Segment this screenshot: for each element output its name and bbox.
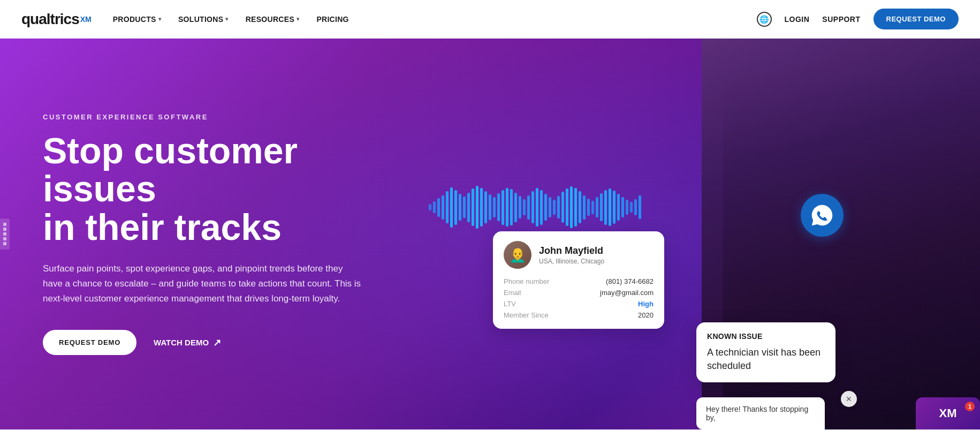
wave-bar (600, 193, 603, 221)
logo-xm: XM (80, 15, 92, 24)
wave-bar (574, 188, 577, 227)
wave-bar (579, 191, 581, 223)
nav-solutions[interactable]: SOLUTIONS ▾ (178, 15, 229, 24)
wave-bar (596, 197, 598, 217)
wave-bar (454, 190, 457, 225)
known-issue-title: KNOWN ISSUE (707, 332, 825, 341)
wave-bar (587, 199, 590, 216)
wave-bar (463, 197, 466, 218)
wave-bar (557, 196, 560, 218)
chevron-down-icon: ▾ (297, 16, 299, 22)
wave-bar (549, 197, 551, 217)
wave-bar (480, 188, 483, 227)
customer-card-header: 👨‍🦲 John Mayfield USA, Illinoise, Chicag… (504, 241, 654, 269)
wave-bar (506, 188, 508, 227)
hero-watch-demo-link[interactable]: WATCH DEMO ↗ (154, 337, 221, 349)
nav-products[interactable]: PRODUCTS ▾ (113, 15, 161, 24)
customer-name: John Mayfield (539, 245, 604, 257)
customer-location: USA, Illinoise, Chicago (539, 258, 604, 265)
wave-bar (442, 195, 444, 220)
wave-bar (617, 194, 620, 221)
wave-bar (527, 195, 530, 220)
wave-bar (536, 188, 538, 227)
nav-links: PRODUCTS ▾ SOLUTIONS ▾ RESOURCES ▾ PRICI… (113, 15, 349, 24)
wave-bar (609, 188, 611, 226)
hero-subtitle: Surface pain points, spot experience gap… (43, 261, 364, 306)
wave-bar (450, 187, 453, 228)
scroll-dot (3, 232, 6, 236)
chevron-down-icon: ▾ (225, 16, 228, 22)
scroll-dot (3, 228, 6, 231)
known-issue-card: KNOWN ISSUE A technician visit has been … (696, 322, 835, 382)
wave-bar (467, 193, 470, 222)
navbar-right: 🌐 LOGIN SUPPORT REQUEST DEMO (757, 9, 959, 29)
hero-section: CUSTOMER EXPERIENCE SOFTWARE Stop custom… (0, 39, 980, 429)
navbar: qualtricsXM PRODUCTS ▾ SOLUTIONS ▾ RESOU… (0, 0, 980, 39)
chat-badge: 1 (965, 402, 975, 411)
scroll-dot (3, 242, 6, 245)
wave-bar (514, 193, 517, 222)
arrow-icon: ↗ (213, 337, 221, 349)
nav-resources[interactable]: RESOURCES ▾ (246, 15, 300, 24)
wave-bar (476, 186, 478, 229)
wave-bar (446, 191, 449, 223)
globe-icon[interactable]: 🌐 (757, 12, 772, 27)
customer-profile-card: 👨‍🦲 John Mayfield USA, Illinoise, Chicag… (493, 231, 664, 329)
wave-bar (540, 190, 543, 225)
hero-eyebrow: CUSTOMER EXPERIENCE SOFTWARE (43, 113, 364, 121)
wave-bar (544, 194, 547, 221)
wave-bar (591, 201, 594, 214)
wave-bar (583, 195, 586, 220)
chevron-down-icon: ▾ (158, 16, 161, 22)
wave-bar (497, 193, 500, 221)
chat-widget-label: XM (939, 406, 957, 420)
customer-info: John Mayfield USA, Illinoise, Chicago (539, 245, 604, 265)
logo-text: qualtrics (21, 11, 79, 28)
hero-visual: 👨‍🦲 John Mayfield USA, Illinoise, Chicag… (391, 39, 980, 429)
whatsapp-icon (810, 203, 834, 227)
wave-bar (566, 188, 568, 226)
scroll-dot (3, 237, 6, 240)
field-phone: Phone number (801) 374-6682 (504, 277, 654, 285)
wave-bar (561, 192, 564, 223)
field-member-since: Member Since 2020 (504, 311, 654, 319)
known-issue-text: A technician visit has been scheduled (707, 346, 825, 373)
wave-bar (630, 202, 633, 213)
wave-bar (484, 191, 487, 223)
sound-wave-visualization (429, 183, 670, 231)
wave-bar (433, 201, 436, 213)
logo[interactable]: qualtricsXM (21, 11, 92, 28)
nav-pricing[interactable]: PRICING (316, 15, 348, 24)
hero-title: Stop customer issues in their tracks (43, 132, 364, 246)
wave-bar (489, 194, 491, 220)
field-email: Email jmay@gmail.com (504, 289, 654, 297)
customer-fields: Phone number (801) 374-6682 Email jmay@g… (504, 277, 654, 319)
chat-close-button[interactable]: ✕ (841, 391, 857, 407)
field-ltv: LTV High (504, 300, 654, 308)
scroll-dot (3, 223, 6, 226)
wave-bar (437, 198, 440, 217)
wave-bar (626, 200, 628, 215)
navbar-left: qualtricsXM PRODUCTS ▾ SOLUTIONS ▾ RESOU… (21, 11, 349, 28)
wave-bar (570, 186, 573, 228)
wave-bar (523, 199, 526, 215)
wave-bar (553, 200, 556, 215)
request-demo-nav-button[interactable]: REQUEST DEMO (873, 9, 959, 29)
wave-bar (502, 190, 504, 225)
wave-bar (531, 191, 534, 223)
avatar: 👨‍🦲 (504, 241, 531, 269)
wave-bar (493, 197, 496, 217)
chat-bubble: Hey there! Thanks for stopping by, (696, 397, 825, 429)
chat-widget[interactable]: XM 1 (916, 397, 980, 429)
phone-icon-bubble (801, 194, 844, 237)
hero-request-demo-button[interactable]: REQUEST DEMO (43, 330, 136, 355)
wave-bar (604, 190, 607, 225)
wave-bar (621, 197, 624, 217)
wave-bar (519, 196, 521, 218)
hero-content: CUSTOMER EXPERIENCE SOFTWARE Stop custom… (0, 81, 407, 387)
login-button[interactable]: LOGIN (785, 15, 810, 24)
wave-bar (459, 194, 461, 221)
wave-bar (613, 191, 616, 224)
support-button[interactable]: SUPPORT (822, 15, 860, 24)
wave-bar (639, 195, 641, 219)
